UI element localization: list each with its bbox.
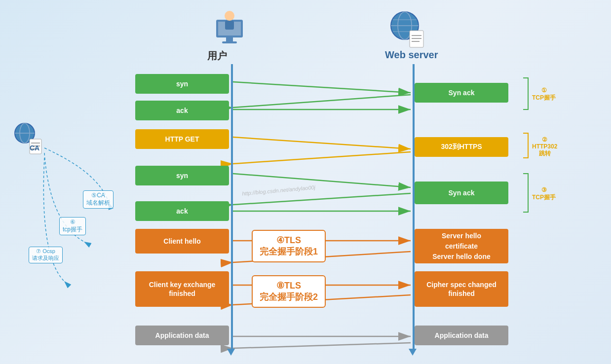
watermark: http://blog.csdn.net/andylao00j (242, 184, 316, 197)
msg-syn2-user: syn (135, 166, 229, 185)
msg-302-server: 302到HTTPS (415, 137, 508, 157)
msg-clienthello-user: Client hello (135, 229, 229, 254)
ca-label: CA (30, 144, 39, 152)
user-label: 用户 (207, 49, 227, 63)
timeline-user (231, 64, 233, 350)
svg-rect-25 (226, 37, 233, 41)
user-icon (212, 10, 247, 49)
svg-rect-26 (222, 41, 237, 43)
msg-clientkey-user: Client key exchangefinished (135, 271, 229, 307)
step5-annotation: ⑤CA域名解析 (83, 190, 114, 209)
step1-annotation: ① TCP握手 (532, 87, 556, 102)
svg-line-1 (233, 95, 411, 108)
msg-ack1-user: ack (135, 101, 229, 120)
server-label: Web server (385, 49, 438, 61)
step6-annotation: ⑥tcp握手 (59, 217, 86, 235)
msg-syn-user: syn (135, 74, 229, 94)
msg-httpget-user: HTTP GET (135, 129, 229, 149)
svg-point-27 (225, 11, 234, 21)
svg-rect-28 (225, 21, 234, 30)
msg-appdata-server: Application data (415, 326, 508, 345)
msg-synack2-server: Syn ack (415, 182, 508, 204)
svg-line-4 (233, 152, 411, 164)
tls-stage2-label: ⑧TLS完全握手阶段2 (252, 275, 326, 308)
step3-annotation: ③ TCP握手 (532, 186, 556, 202)
step7-annotation: ⑦ Ocsp请求及响应 (29, 247, 63, 263)
timeline-server (413, 64, 415, 350)
svg-line-0 (233, 82, 411, 93)
timeline-user-arrow (227, 349, 235, 356)
arrows-svg (0, 0, 611, 364)
timeline-server-arrow (409, 349, 417, 356)
server-icon (390, 10, 424, 49)
step2-annotation: ② HTTP302跳转 (532, 136, 557, 157)
msg-synack-server: Syn ack (415, 83, 508, 103)
msg-appdata-user: Application data (135, 326, 229, 345)
svg-line-3 (233, 137, 411, 149)
msg-ack2-user: ack (135, 201, 229, 221)
diagram-container: 用户 Web server CA syn ack HTTP GET syn ac… (0, 0, 611, 364)
msg-cipherspec-server: Cipher spec changedfinished (415, 271, 508, 307)
svg-line-6 (233, 193, 411, 205)
svg-line-5 (233, 174, 411, 187)
msg-serverhello-server: Server hellocertificateServer hello done (415, 229, 508, 263)
svg-line-13 (233, 343, 411, 348)
svg-rect-34 (410, 31, 423, 47)
tls-stage1-label: ④TLS完全握手阶段1 (252, 230, 326, 262)
